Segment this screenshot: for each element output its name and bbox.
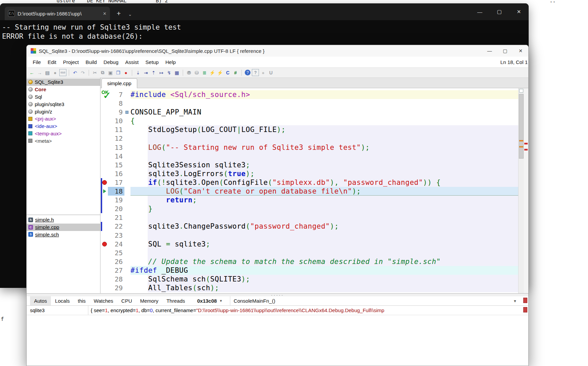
debugger-tab-cpu[interactable]: CPU xyxy=(117,296,136,305)
breakpoint-icon[interactable] xyxy=(102,180,107,185)
macro-record-icon[interactable]: ● xyxy=(52,69,59,76)
package-item-plugin-z[interactable]: plugin/z xyxy=(27,108,100,115)
gutter-cell[interactable] xyxy=(100,178,108,187)
debugger-tab-watches[interactable]: Watches xyxy=(90,296,117,305)
editor-tab-simple-cpp[interactable]: simple.cpp xyxy=(101,78,137,88)
gutter-cell[interactable] xyxy=(100,266,108,275)
tab-close-icon[interactable]: ✕ xyxy=(103,11,107,16)
code-line-8[interactable]: 8 xyxy=(100,99,518,108)
repo-sync-icon[interactable]: ⛁ xyxy=(193,69,200,76)
code-line-27[interactable]: 27#ifdef _DEBUG xyxy=(100,266,518,275)
code-line-18[interactable]: 18 LOG("Can't create or open database fi… xyxy=(100,187,518,196)
navigate-back-icon[interactable]: ← xyxy=(28,69,35,76)
debugger-tab-this[interactable]: this xyxy=(74,296,90,305)
binary-view-icon[interactable]: 010 xyxy=(59,69,66,76)
debugger-tab-autos[interactable]: Autos xyxy=(30,296,51,305)
package-item-sql[interactable]: Sql xyxy=(27,93,100,101)
maximize-button[interactable]: ▢ xyxy=(497,45,513,57)
gutter-cell[interactable] xyxy=(100,187,108,196)
code-line-21[interactable]: 21 xyxy=(100,213,518,222)
gutter-cell[interactable] xyxy=(100,275,108,284)
package-item-plugin-sqlite3[interactable]: plugin/sqlite3 xyxy=(27,100,100,108)
gutter-cell[interactable] xyxy=(100,108,108,117)
preprocessor-icon[interactable]: # xyxy=(232,69,239,76)
gutter-cell[interactable] xyxy=(100,204,108,213)
ide-titlebar[interactable]: SQL_Sqlite3 - D:\root5\upp-win-16861\upp… xyxy=(27,45,528,57)
frame-address-combo[interactable]: 0x13c08 ▼ xyxy=(197,298,223,304)
debug-trace-icon[interactable]: ↯ xyxy=(166,69,173,76)
code-line-24[interactable]: 24 SQL = sqlite3; xyxy=(100,240,518,248)
gutter-cell[interactable] xyxy=(100,161,108,169)
tab-dropdown-icon[interactable]: ⌄ xyxy=(128,12,132,17)
undo-icon[interactable]: ↶ xyxy=(71,69,79,76)
code-line-29[interactable]: 29 All_Tables(sch); xyxy=(100,284,518,292)
maximize-button[interactable]: ▢ xyxy=(490,3,509,20)
gutter-cell[interactable] xyxy=(100,257,108,266)
code-line-10[interactable]: 10{ xyxy=(100,117,518,125)
gutter-cell[interactable] xyxy=(100,134,108,143)
package-item--prj-aux-[interactable]: <prj-aux> xyxy=(27,115,100,123)
code-line-19[interactable]: 19 return; xyxy=(100,196,518,204)
build-method-icon[interactable]: ≣ xyxy=(201,69,208,76)
panel-splitter[interactable]: ····· xyxy=(27,294,528,296)
upp-u-icon[interactable]: U xyxy=(267,69,274,76)
gutter-cell[interactable] xyxy=(100,169,108,178)
gutter-cell[interactable] xyxy=(100,231,108,240)
close-button[interactable]: ✕ xyxy=(509,3,529,20)
menu-setup[interactable]: Setup xyxy=(142,59,162,65)
gutter-cell[interactable] xyxy=(100,240,108,248)
sync-package-icon[interactable]: ⛃ xyxy=(185,69,193,76)
find-file-icon[interactable]: ❐ xyxy=(115,69,122,76)
menu-edit[interactable]: Edit xyxy=(44,59,60,65)
gutter-cell[interactable] xyxy=(100,222,108,231)
debugger-tab-memory[interactable]: Memory xyxy=(136,296,163,305)
new-tab-button[interactable]: + xyxy=(117,9,121,18)
package-list[interactable]: SQL_Sqlite3CoreSqlplugin/sqlite3plugin/z… xyxy=(27,78,100,215)
minimize-button[interactable]: — xyxy=(482,45,497,57)
code-editor[interactable]: OK ✓ 7#include <Sql/sch_source.h>89CONSO… xyxy=(100,88,518,293)
debug-step-into-icon[interactable]: ⇣ xyxy=(135,69,142,76)
code-line-7[interactable]: 7#include <Sql/sch_source.h> xyxy=(100,90,518,99)
file-item-simple-h[interactable]: hsimple.h xyxy=(27,216,100,224)
code-line-22[interactable]: 22 sqlite3.ChangePassword("password_chan… xyxy=(100,222,518,231)
menu-debug[interactable]: Debug xyxy=(100,59,122,65)
watch-row[interactable]: sqlite3 { see=1, encrypted=1, db=0, curr… xyxy=(27,306,528,315)
code-line-11[interactable]: 11 StdLogSetup(LOG_COUT|LOG_FILE); xyxy=(100,125,518,134)
debugger-tab-threads[interactable]: Threads xyxy=(163,296,189,305)
menu-project[interactable]: Project xyxy=(60,59,82,65)
code-line-28[interactable]: 28 SqlSchema sch(SQLITE3); xyxy=(100,275,518,284)
gutter-cell[interactable] xyxy=(100,117,108,125)
code-line-17[interactable]: 17 if(!sqlite3.Open(ConfigFile("simplexx… xyxy=(100,178,518,187)
paste-icon[interactable]: ▣ xyxy=(107,69,114,76)
file-item-simple-sch[interactable]: Ssimple.sch xyxy=(27,231,100,238)
gutter-cell[interactable] xyxy=(100,125,108,134)
code-line-14[interactable]: 14 xyxy=(100,152,518,161)
code-line-20[interactable]: 20 } xyxy=(100,204,518,213)
package-item--ide-aux-[interactable]: <ide-aux> xyxy=(27,123,100,130)
debug-memory-icon[interactable]: ▦ xyxy=(173,69,180,76)
breakpoint-icon[interactable] xyxy=(102,242,107,246)
compiler-c-icon[interactable]: C xyxy=(224,69,231,76)
debug-run-to-icon[interactable]: ↦ xyxy=(158,69,165,76)
code-line-16[interactable]: 16 sqlite3.LogErrors(true); xyxy=(100,169,518,178)
redo-icon[interactable]: ↷ xyxy=(79,69,86,76)
close-button[interactable]: ✕ xyxy=(513,45,528,57)
terminal-tab[interactable]: C:\ D:\root5\upp-win-16861\upp\ ✕ xyxy=(5,7,110,20)
help-icon[interactable]: ? xyxy=(245,70,251,75)
terminal-output[interactable]: -- Starting new run of Sqlite3 simple te… xyxy=(0,20,529,41)
package-item-sql-sqlite3[interactable]: SQL_Sqlite3 xyxy=(27,78,100,86)
code-line-12[interactable]: 12 xyxy=(100,134,518,143)
gutter-cell[interactable] xyxy=(100,213,108,222)
gutter-cell[interactable] xyxy=(100,152,108,161)
idle-indicator-icon[interactable]: ● xyxy=(260,69,267,76)
scrollbar-annotation-button[interactable] xyxy=(519,89,523,93)
debug-run-icon[interactable]: ⚡ xyxy=(216,69,224,76)
scrollbar-thumb[interactable] xyxy=(519,94,524,159)
editor-scrollbar[interactable] xyxy=(518,88,524,293)
code-line-25[interactable]: 25 xyxy=(100,248,518,257)
menu-build[interactable]: Build xyxy=(82,59,100,65)
cut-icon[interactable]: ✂ xyxy=(91,69,98,76)
gutter-cell[interactable] xyxy=(100,143,108,152)
debugger-tab-locals[interactable]: Locals xyxy=(51,296,74,305)
copy-icon[interactable]: ⧉ xyxy=(99,69,106,76)
